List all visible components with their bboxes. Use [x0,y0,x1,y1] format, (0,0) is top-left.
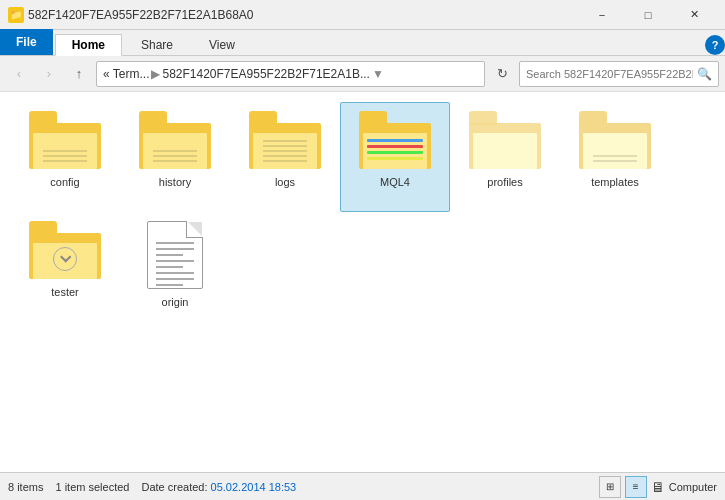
date-value: 05.02.2014 18:53 [211,481,297,493]
item-label-tester: tester [51,285,79,299]
search-icon: 🔍 [697,67,712,81]
file-item-origin[interactable]: origin [120,212,230,322]
up-button[interactable]: ↑ [66,61,92,87]
item-label-logs: logs [275,175,295,189]
window-title: 582F1420F7EA955F22B2F71E2A1B68A0 [28,8,254,22]
search-input[interactable] [526,68,693,80]
folder-icon-profiles [469,111,541,169]
back-button[interactable]: ‹ [6,61,32,87]
breadcrumb-path: 582F1420F7EA955F22B2F71E2A1B... [162,67,369,81]
breadcrumb-arrow-2: ▼ [372,67,384,81]
tab-home[interactable]: Home [55,34,122,56]
selected-info: 1 item selected [55,481,129,493]
item-label-profiles: profiles [487,175,522,189]
content-area: config history [0,92,725,472]
folder-icon-mql4 [359,111,431,169]
address-bar: ‹ › ↑ « Term... ▶ 582F1420F7EA955F22B2F7… [0,56,725,92]
computer-icon: 🖥 [651,479,665,495]
computer-label: Computer [669,481,717,493]
status-right: ⊞ ≡ 🖥 Computer [599,476,717,498]
title-controls: − □ ✕ [579,0,717,30]
help-button[interactable]: ? [705,35,725,55]
item-label-config: config [50,175,79,189]
folder-icon-tester [29,221,101,279]
breadcrumb-arrow: ▶ [151,67,160,81]
item-label-templates: templates [591,175,639,189]
tab-file[interactable]: File [0,29,53,55]
forward-button[interactable]: › [36,61,62,87]
breadcrumb-prefix: « Term... [103,67,149,81]
folder-icon-logs [249,111,321,169]
close-button[interactable]: ✕ [671,0,717,30]
file-item-history[interactable]: history [120,102,230,212]
status-left: 8 items 1 item selected Date created: 05… [8,481,296,493]
list-view-button[interactable]: ≡ [625,476,647,498]
title-bar: 📁 582F1420F7EA955F22B2F71E2A1B68A0 − □ ✕ [0,0,725,30]
date-created: Date created: 05.02.2014 18:53 [141,481,296,493]
item-label-history: history [159,175,191,189]
file-item-mql4[interactable]: MQL4 [340,102,450,212]
folder-icon-templates [579,111,651,169]
file-item-logs[interactable]: logs [230,102,340,212]
file-item-profiles[interactable]: profiles [450,102,560,212]
grid-view-button[interactable]: ⊞ [599,476,621,498]
computer-area: 🖥 Computer [651,479,717,495]
status-bar: 8 items 1 item selected Date created: 05… [0,472,725,500]
item-label-mql4: MQL4 [380,175,410,189]
doc-icon-origin [147,221,203,289]
tab-view[interactable]: View [192,33,252,55]
window-icon: 📁 [8,7,24,23]
search-box[interactable]: 🔍 [519,61,719,87]
file-item-tester[interactable]: tester [10,212,120,322]
item-label-origin: origin [162,295,189,309]
minimize-button[interactable]: − [579,0,625,30]
maximize-button[interactable]: □ [625,0,671,30]
tab-share[interactable]: Share [124,33,190,55]
folder-icon-config [29,111,101,169]
file-item-config[interactable]: config [10,102,120,212]
file-item-templates[interactable]: templates [560,102,670,212]
folder-icon-history [139,111,211,169]
address-path[interactable]: « Term... ▶ 582F1420F7EA955F22B2F71E2A1B… [96,61,485,87]
ribbon-tabs: File Home Share View ? [0,30,725,56]
title-bar-left: 📁 582F1420F7EA955F22B2F71E2A1B68A0 [8,7,254,23]
items-count: 8 items [8,481,43,493]
refresh-button[interactable]: ↻ [489,61,515,87]
date-label: Date created: [141,481,207,493]
